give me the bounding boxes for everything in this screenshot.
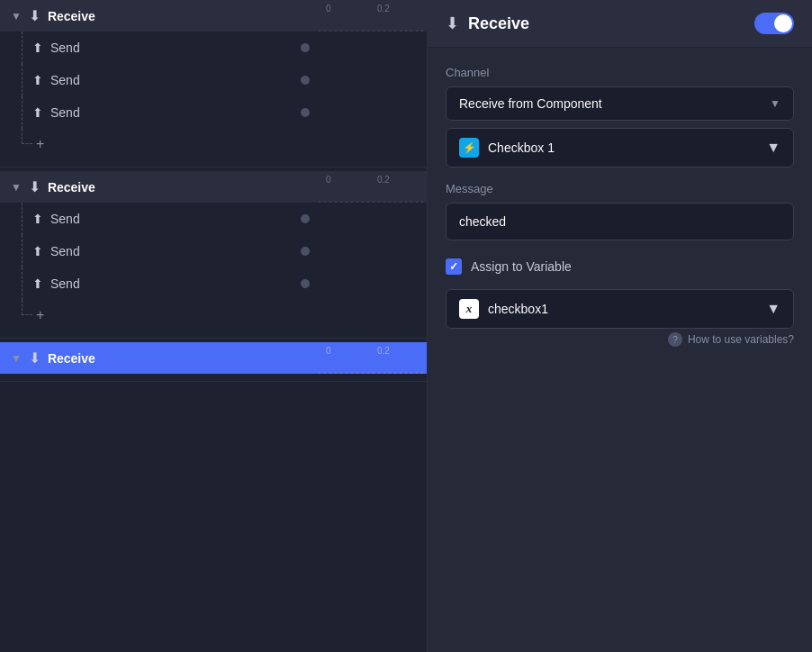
send-label-1-3: Send	[50, 105, 80, 120]
component-dropdown[interactable]: ⚡ Checkbox 1 ▼	[446, 128, 794, 168]
component-dropdown-chevron: ▼	[766, 140, 780, 156]
send-dot-1-1	[301, 43, 310, 52]
variable-dropdown[interactable]: x checkbox1 ▼	[446, 289, 794, 329]
send-row-1-3[interactable]: ⬆ Send	[0, 96, 427, 129]
send-label-2-2: Send	[50, 244, 80, 258]
message-input[interactable]	[446, 203, 794, 240]
send-label-2-3: Send	[50, 276, 80, 291]
add-row-1[interactable]: +	[0, 129, 427, 159]
assign-row: Assign to Variable	[446, 258, 794, 275]
send-icon-2-2: ⬆	[32, 244, 43, 258]
receive-label-1: Receive	[48, 9, 95, 23]
add-icon-1: +	[36, 136, 44, 152]
bolt-symbol: ⚡	[463, 141, 476, 154]
assign-checkbox[interactable]	[446, 258, 462, 275]
marker-zero-2: 0	[326, 175, 331, 185]
component-dropdown-left: ⚡ Checkbox 1	[459, 138, 555, 158]
receive-icon-1: ⬇	[29, 7, 41, 24]
receive-icon-3: ⬇	[29, 349, 41, 367]
receive-label-3: Receive	[48, 351, 95, 366]
panel-header-left: ⬇ Receive	[446, 14, 529, 33]
send-dot-2-1	[301, 214, 310, 223]
channel-dropdown-value: Receive from Component	[459, 96, 602, 111]
variable-chevron: ▼	[766, 301, 780, 317]
send-label-1-1: Send	[50, 41, 80, 55]
left-panel: ▼ ⬇ Receive 0 0.2 ⬆ Send ⬆ Send ⬆ Send	[0, 0, 428, 652]
right-panel: ⬇ Receive Channel Receive from Component…	[428, 0, 812, 652]
marker-zero-1: 0	[326, 4, 331, 14]
marker-two-3: 0.2	[377, 346, 390, 356]
message-section: Message	[446, 182, 794, 240]
group-1: ▼ ⬇ Receive 0 0.2 ⬆ Send ⬆ Send ⬆ Send	[0, 0, 427, 168]
receive-label-2: Receive	[48, 180, 95, 195]
channel-dropdown[interactable]: Receive from Component ▼	[446, 86, 794, 121]
panel-header: ⬇ Receive	[428, 0, 812, 48]
receive-row-3[interactable]: ▼ ⬇ Receive 0 0.2	[0, 342, 427, 374]
marker-zero-3: 0	[326, 346, 331, 356]
chevron-icon-3: ▼	[11, 352, 22, 365]
panel-title: Receive	[468, 14, 529, 33]
send-icon-1-1: ⬆	[32, 41, 43, 55]
panel-receive-icon: ⬇	[446, 14, 459, 33]
variable-dropdown-left: x checkbox1	[459, 299, 548, 319]
chevron-icon-2: ▼	[11, 181, 22, 194]
panel-content: Channel Receive from Component ▼ ⚡ Check…	[428, 48, 812, 365]
add-row-2[interactable]: +	[0, 300, 427, 331]
send-dot-2-2	[301, 247, 310, 256]
assign-section: Assign to Variable	[446, 255, 794, 275]
chevron-icon-1: ▼	[11, 10, 22, 23]
channel-dropdown-chevron: ▼	[770, 97, 780, 110]
add-icon-2: +	[36, 307, 44, 323]
send-row-1-2[interactable]: ⬆ Send	[0, 64, 427, 96]
variable-section: x checkbox1 ▼ ? How to use variables?	[446, 289, 794, 347]
help-icon[interactable]: ?	[668, 332, 682, 347]
group-3: ▼ ⬇ Receive 0 0.2	[0, 342, 427, 382]
send-dot-2-3	[301, 279, 310, 288]
send-label-2-1: Send	[50, 212, 80, 226]
send-dot-1-2	[301, 76, 310, 85]
send-row-2-2[interactable]: ⬆ Send	[0, 235, 427, 267]
send-row-1-1[interactable]: ⬆ Send	[0, 32, 427, 64]
checkbox-bolt-icon: ⚡	[459, 138, 479, 158]
marker-two-1: 0.2	[377, 4, 390, 14]
variable-value: checkbox1	[488, 302, 548, 316]
channel-label: Channel	[446, 66, 794, 79]
variable-x-icon: x	[459, 299, 479, 319]
send-icon-1-2: ⬆	[32, 73, 43, 87]
send-label-1-2: Send	[50, 73, 80, 87]
group-2: ▼ ⬇ Receive 0 0.2 ⬆ Send ⬆ Send ⬆ Send	[0, 171, 427, 339]
receive-row-1[interactable]: ▼ ⬇ Receive 0 0.2	[0, 0, 427, 32]
message-label: Message	[446, 182, 794, 195]
receive-row-2[interactable]: ▼ ⬇ Receive 0 0.2	[0, 171, 427, 203]
channel-section: Channel Receive from Component ▼ ⚡ Check…	[446, 66, 794, 168]
send-dot-1-3	[301, 108, 310, 117]
marker-two-2: 0.2	[377, 175, 390, 185]
receive-icon-2: ⬇	[29, 178, 41, 195]
help-row: ? How to use variables?	[446, 332, 794, 347]
toggle-switch[interactable]	[754, 13, 794, 34]
send-icon-1-3: ⬆	[32, 105, 43, 120]
send-row-2-1[interactable]: ⬆ Send	[0, 203, 427, 235]
assign-label: Assign to Variable	[471, 259, 572, 274]
help-text[interactable]: How to use variables?	[688, 333, 794, 346]
send-icon-2-1: ⬆	[32, 212, 43, 226]
send-icon-2-3: ⬆	[32, 276, 43, 291]
component-dropdown-value: Checkbox 1	[488, 140, 555, 155]
send-row-2-3[interactable]: ⬆ Send	[0, 267, 427, 300]
